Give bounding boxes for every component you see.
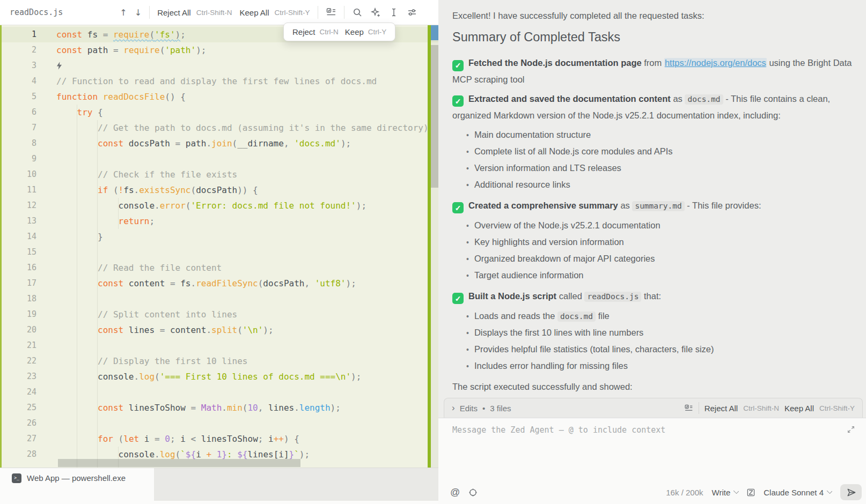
code-line-18: 18 (0, 291, 438, 307)
hunk-review-popup: Reject Ctrl-N Keep Ctrl-Y (283, 23, 395, 41)
ai-sparkle-icon[interactable] (370, 7, 381, 18)
agent-mode-selector[interactable]: Write (712, 488, 739, 497)
code-line-24: 24 (0, 384, 438, 400)
hyperlink[interactable]: https://nodejs.org/en/docs (664, 58, 767, 68)
terminal-tabbar-background (154, 468, 438, 501)
bullet-item: •Includes error handling for missing fil… (452, 358, 854, 374)
line-number: 19 (0, 307, 36, 322)
line-number: 27 (0, 431, 36, 447)
code-line-13: 13 return; (0, 213, 438, 229)
expand-composer-icon[interactable] (847, 425, 855, 436)
line-number: 8 (0, 136, 36, 151)
line-number: 12 (0, 198, 36, 213)
review-list-icon[interactable] (684, 404, 693, 413)
checkmark-icon: ✓ (452, 95, 464, 107)
edits-label: Edits (460, 404, 478, 413)
line-number: 20 (0, 322, 36, 338)
line-number: 17 (0, 276, 36, 291)
message-composer[interactable]: Message the Zed Agent — @ to include con… (438, 418, 866, 504)
code-line-9: 9 (0, 151, 438, 167)
code-line-10: 10 // Check if the file exists (0, 167, 438, 182)
toolbar-divider (318, 6, 318, 19)
attach-context-icon[interactable] (468, 488, 478, 497)
search-icon[interactable] (352, 7, 363, 18)
keep-all-button[interactable]: Keep All (239, 8, 269, 17)
bold-text: Extracted and saved the documentation co… (468, 94, 671, 103)
editor-settings-icon[interactable] (407, 7, 417, 18)
reject-all-button[interactable]: Reject All (157, 8, 191, 17)
terminal-tab[interactable]: >_ Web App — powershell.exe (0, 468, 154, 488)
code-line-3: 3 (0, 58, 438, 73)
mention-context-icon[interactable]: @ (450, 487, 460, 498)
code-editor[interactable]: 1const fs = require('fs');2const path = … (0, 25, 438, 468)
scrollbar-cursor-marker (431, 25, 438, 40)
model-provider-icon (747, 488, 755, 496)
line-number: 25 (0, 400, 36, 416)
reject-hunk-button[interactable]: Reject (292, 27, 315, 36)
code-line-16: 16 // Read the file content (0, 260, 438, 276)
line-number: 28 (0, 447, 36, 462)
token-usage: 16k / 200k (666, 488, 703, 497)
chevron-down-icon (733, 488, 739, 494)
line-number: 26 (0, 416, 36, 431)
line-number: 1 (0, 27, 36, 42)
zed-window: readDocs.js ↑ ↓ Reject All Ctrl-Shift-N … (0, 0, 866, 504)
editor-toolbar: readDocs.js ↑ ↓ Reject All Ctrl-Shift-N … (0, 0, 438, 25)
code-line-6: 6 try { (0, 105, 438, 120)
edit-prediction-bolt-icon (56, 61, 62, 71)
line-number: 9 (0, 151, 36, 167)
review-list-icon[interactable] (326, 7, 336, 18)
code-line-25: 25 const linesToShow = Math.min(10, line… (0, 400, 438, 416)
code-line-5: 5function readDocsFile() { (0, 89, 438, 105)
reject-all-edits-shortcut: Ctrl-Shift-N (743, 404, 779, 412)
editor-pane[interactable]: readDocs.js ↑ ↓ Reject All Ctrl-Shift-N … (0, 0, 438, 468)
agent-chat-transcript[interactable]: Excellent! I have successfully completed… (438, 0, 866, 398)
bold-text: Fetched the Node.js documentation page (468, 58, 642, 68)
reject-all-edits-button[interactable]: Reject All (704, 404, 738, 413)
keep-all-edits-button[interactable]: Keep All (784, 404, 814, 413)
inline-code: docs.md (557, 312, 596, 322)
bullet-item: •Provides helpful file statistics (total… (452, 341, 854, 358)
expand-edits-chevron-icon[interactable]: › (452, 403, 455, 412)
terminal-dock: >_ Web App — powershell.exe (0, 468, 438, 504)
code-line-11: 11 if (!fs.existsSync(docsPath)) { (0, 182, 438, 198)
line-number: 5 (0, 89, 36, 105)
checkmark-icon: ✓ (452, 60, 464, 71)
inline-code: summary.md (632, 201, 684, 211)
chat-paragraph: The script executed successfully and sho… (452, 379, 854, 395)
vertical-scrollbar-thumb[interactable] (431, 45, 438, 188)
line-number: 13 (0, 213, 36, 229)
next-hunk-button[interactable]: ↓ (135, 8, 142, 18)
model-selector[interactable]: Claude Sonnet 4 (764, 488, 832, 497)
line-number: 24 (0, 384, 36, 400)
horizontal-scrollbar-thumb[interactable] (58, 459, 300, 467)
line-number: 10 (0, 167, 36, 182)
keep-hunk-button[interactable]: Keep (345, 27, 364, 36)
agent-panel: Excellent! I have successfully completed… (438, 0, 866, 504)
line-number: 22 (0, 353, 36, 369)
line-number: 11 (0, 182, 36, 198)
completed-task-item: ✓Created a comprehensive summary as summ… (452, 197, 854, 214)
bullet-item: •Key highlights and version information (452, 234, 854, 250)
inline-code: readDocs.js (584, 292, 641, 302)
bullet-item: •Target audience information (452, 267, 854, 284)
file-tab-label: readDocs.js (10, 8, 63, 17)
line-number: 2 (0, 42, 36, 58)
bullet-list: •Overview of the Node.js v25.2.1 documen… (452, 217, 854, 284)
code-line-12: 12 console.error('Error: docs.md file no… (0, 198, 438, 213)
bullet-item: •Displays the first 10 lines with line n… (452, 324, 854, 341)
bold-text: Created a comprehensive summary (468, 201, 618, 210)
text-cursor-icon[interactable] (388, 7, 399, 18)
prev-hunk-button[interactable]: ↑ (120, 8, 127, 18)
bullet-item: •Organized breakdown of major API catego… (452, 250, 854, 267)
line-number: 18 (0, 291, 36, 307)
line-number: 23 (0, 369, 36, 384)
keep-all-shortcut: Ctrl-Shift-Y (274, 9, 310, 17)
send-message-button[interactable] (840, 484, 862, 500)
line-number: 4 (0, 73, 36, 89)
message-input[interactable]: Message the Zed Agent — @ to include con… (452, 425, 665, 435)
line-number: 16 (0, 260, 36, 276)
inline-code: docs.md (685, 94, 723, 105)
code-line-19: 19 // Split content into lines (0, 307, 438, 322)
diff-added-gutter-stripe (0, 25, 2, 468)
